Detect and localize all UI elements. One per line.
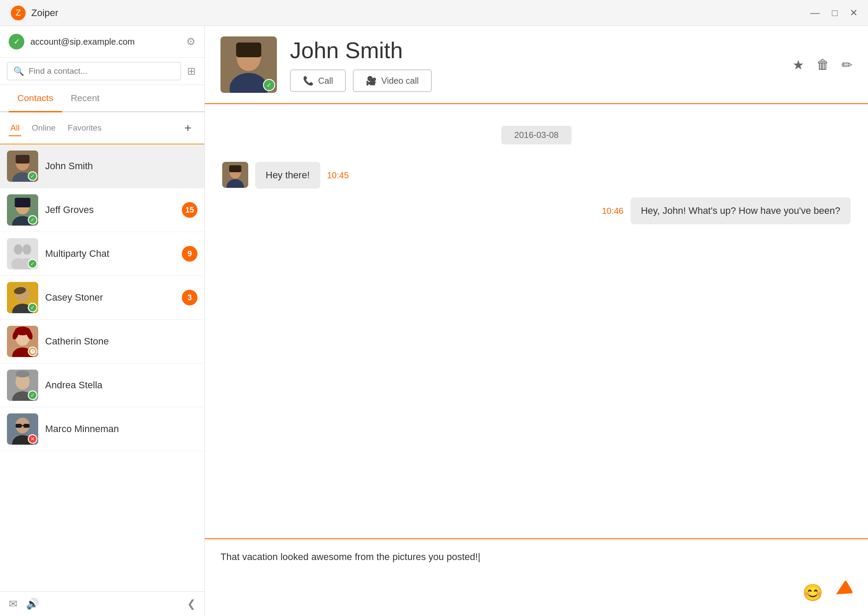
contact-item-casey-stoner[interactable]: ✓ Casey Stoner 3 [0,276,204,320]
header-tools: ★ 🗑 ✏ [792,57,852,72]
favorite-button[interactable]: ★ [792,57,804,72]
message-row-1: Hey there! 10:45 [222,162,851,189]
contact-header-status: ✓ [263,79,275,91]
tab-bar: Contacts Recent [0,85,204,112]
delete-button[interactable]: 🗑 [816,57,829,72]
contact-header-avatar: ✓ [220,36,277,93]
phone-icon: 📞 [303,75,314,86]
sidebar-bottom-left: ✉ 🔊 [9,598,39,610]
search-input-wrap: 🔍 [7,62,181,80]
sidebar: ✓ account@sip.example.com ⚙ 🔍 ⊞ Contacts… [0,26,205,616]
contact-item-andrea-stella[interactable]: ✓ Andrea Stella [0,364,204,407]
contact-header-name: John Smith [290,37,779,63]
avatar-wrap-marco: ✕ [7,413,38,445]
contact-header-actions: 📞 Call 🎥 Video call [290,69,779,92]
status-dot-john: ✓ [28,171,37,181]
date-separator: 2016-03-08 [222,126,851,144]
close-button[interactable]: ✕ [850,7,858,19]
svg-point-13 [14,244,23,255]
message-time-1: 10:45 [327,170,349,180]
tab-contacts[interactable]: Contacts [9,85,62,111]
msg-avatar-john [222,162,248,188]
filter-favorites[interactable]: Favorites [66,121,103,135]
search-input[interactable] [29,66,174,76]
maximize-button[interactable]: □ [832,7,838,19]
status-dot-multiparty: ✓ [28,259,37,269]
edit-button[interactable]: ✏ [842,57,852,72]
contact-item-multiparty[interactable]: ✓ Multiparty Chat 9 [0,232,204,276]
account-bar: ✓ account@sip.example.com ⚙ [0,26,204,58]
app-title: Zoiper [31,7,58,19]
svg-rect-39 [23,424,30,428]
status-dot-catherin: 🕐 [28,347,37,356]
chat-area: 2016-03-08 Hey there! 10:45 [205,104,868,538]
titlebar-left: Z Zoiper [10,5,58,21]
contact-item-john-smith[interactable]: ✓ John Smith [0,144,204,188]
contact-item-marco-minneman[interactable]: ✕ Marco Minneman [0,407,204,451]
account-email: account@sip.example.com [30,37,180,47]
zoiper-logo-icon: Z [10,5,26,21]
contact-name-catherin: Catherin Stone [45,336,197,347]
contact-name-multiparty: Multiparty Chat [45,248,175,259]
titlebar: Z Zoiper — □ ✕ [0,0,868,26]
avatar-wrap-catherin: 🕐 [7,326,38,357]
status-dot-casey: ✓ [28,303,37,312]
contact-header: ✓ John Smith 📞 Call 🎥 Video call ★ [205,26,868,104]
svg-rect-6 [16,155,30,164]
badge-casey: 3 [182,290,197,305]
svg-point-14 [23,244,31,255]
avatar-wrap-casey: ✓ [7,282,38,313]
search-icon: 🔍 [13,66,24,76]
avatar-wrap-multiparty: ✓ [7,238,38,269]
add-filter-button[interactable]: + [180,117,196,139]
compose-area: That vacation looked awesome from the pi… [205,538,868,616]
video-call-label: Video call [381,76,418,86]
content-area: ✓ John Smith 📞 Call 🎥 Video call ★ [205,26,868,616]
message-row-2: 10:46 Hey, John! What's up? How have you… [222,197,851,224]
contact-name-casey: Casey Stoner [45,292,175,303]
message-bubble-1: Hey there! [255,162,320,189]
message-time-2: 10:46 [602,206,624,216]
contact-name-jeff: Jeff Groves [45,204,175,216]
compose-toolbar: 😊 [220,581,852,604]
badge-multiparty: 9 [182,246,197,262]
search-bar: 🔍 ⊞ [0,58,204,85]
svg-rect-50 [229,165,241,172]
svg-rect-38 [16,424,22,428]
svg-marker-51 [833,581,852,600]
emoji-button[interactable]: 😊 [802,583,823,602]
date-label: 2016-03-08 [501,126,572,144]
settings-button[interactable]: ⚙ [186,36,196,48]
tab-recent[interactable]: Recent [62,85,108,111]
avatar-wrap-andrea: ✓ [7,370,38,401]
contact-name-marco: Marco Minneman [45,423,197,435]
svg-text:Z: Z [16,8,21,17]
contact-item-catherin-stone[interactable]: 🕐 Catherin Stone [0,320,204,364]
compose-input[interactable]: That vacation looked awesome from the pi… [220,551,852,574]
filter-online[interactable]: Online [30,121,57,135]
sidebar-bottom: ✉ 🔊 ❮ [0,591,204,616]
collapse-sidebar-button[interactable]: ❮ [187,598,196,610]
mail-icon[interactable]: ✉ [9,598,17,610]
contact-list: ✓ John Smith ✓ [0,144,204,591]
minimize-button[interactable]: — [810,7,820,19]
status-dot-jeff: ✓ [28,215,37,225]
grid-view-button[interactable]: ⊞ [185,63,197,79]
audio-icon[interactable]: 🔊 [26,598,39,610]
message-bubble-2: Hey, John! What's up? How have you've be… [631,197,851,224]
svg-rect-11 [15,198,30,207]
main-layout: ✓ account@sip.example.com ⚙ 🔍 ⊞ Contacts… [0,26,868,616]
titlebar-controls: — □ ✕ [810,7,858,19]
status-dot-marco: ✕ [28,434,37,444]
svg-rect-45 [236,43,261,57]
status-dot-andrea: ✓ [28,390,37,400]
call-button[interactable]: 📞 Call [290,69,346,92]
filter-all[interactable]: All [9,121,21,136]
send-button[interactable] [833,581,852,604]
video-call-button[interactable]: 🎥 Video call [353,69,431,92]
contact-name-andrea: Andrea Stella [45,380,197,391]
contact-item-jeff-groves[interactable]: ✓ Jeff Groves 15 [0,188,204,232]
call-label: Call [318,76,333,86]
video-icon: 🎥 [366,75,377,86]
svg-point-33 [16,370,30,377]
